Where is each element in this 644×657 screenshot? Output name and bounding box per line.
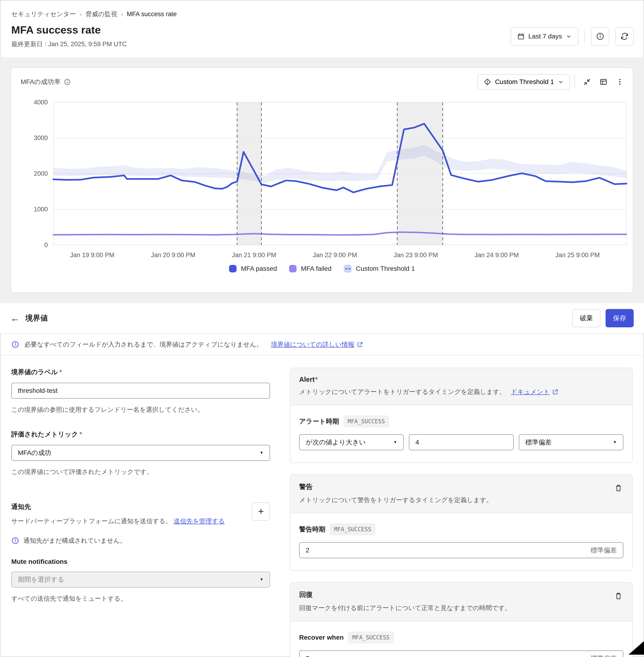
notifications-empty-info: 通知先がまだ構成されていません。 <box>23 536 126 545</box>
required-mark: * <box>59 368 62 376</box>
legend-label: MFA passed <box>241 265 277 272</box>
info-button[interactable] <box>591 27 609 45</box>
mute-period-placeholder: 期間を選択する <box>18 575 64 584</box>
breadcrumb-security-center[interactable]: セキュリティセンター <box>11 10 76 18</box>
mfa-failed-line <box>53 232 626 235</box>
delete-warning-button[interactable] <box>612 481 625 495</box>
legend-item[interactable]: MFA passed <box>229 265 277 272</box>
notifications-title: 通知先 <box>11 502 252 511</box>
info-icon[interactable] <box>64 79 71 85</box>
y-axis-label: 3000 <box>34 134 48 141</box>
chevron-down-icon <box>566 33 572 39</box>
inactive-threshold-banner: 必要なすべてのフィールドが入力されるまで、境界値はアクティブになりません。 境界… <box>0 334 644 355</box>
warning-value-input[interactable] <box>299 542 623 558</box>
kebab-icon <box>616 78 624 86</box>
recovery-card-desc: 回復マークを付ける前にアラートについて正常と見なすまでの時間です。 <box>299 603 511 613</box>
evaluated-metric-value: MFAの成功 <box>18 448 51 457</box>
threshold-label-input[interactable] <box>11 383 270 399</box>
back-arrow-icon[interactable]: ← <box>10 313 25 324</box>
x-axis-label: Jan 19 9:00 PM <box>70 251 114 259</box>
external-link-icon <box>357 341 363 348</box>
required-mark: * <box>79 431 82 438</box>
delete-recovery-button[interactable] <box>612 589 625 603</box>
add-notification-button[interactable]: + <box>252 502 270 521</box>
breadcrumb-separator: › <box>121 10 123 18</box>
x-axis-label: Jan 22 9:00 PM <box>313 251 357 259</box>
y-axis-label: 2000 <box>34 170 48 177</box>
threshold-selector-label: Custom Threshold 1 <box>495 78 554 86</box>
y-axis-label: 1000 <box>34 206 48 213</box>
recovery-when-label: Recover when <box>299 634 344 641</box>
more-options-button[interactable] <box>613 74 627 89</box>
chart-tools <box>580 74 627 89</box>
legend-marker <box>344 265 352 273</box>
collapse-icon <box>583 78 591 86</box>
warning-card-title: 警告 <box>299 482 623 491</box>
breadcrumb-threat-monitoring[interactable]: 脅威の監視 <box>85 10 117 18</box>
trash-icon <box>615 592 622 600</box>
alert-unit-select[interactable]: 標準偏差 ▼ <box>519 434 623 450</box>
form-left-column: 境界値のラベル* この境界値の参照に使用するフレンドリー名を選択してください。 … <box>11 368 270 657</box>
warning-card: 警告 メトリックについて警告をトリガーするタイミングを定義します。 警告時期 M… <box>290 474 633 571</box>
caret-down-icon: ▼ <box>259 577 263 582</box>
refresh-icon <box>620 32 629 41</box>
chart-card: MFAの成功率 Custom Threshold 1 <box>11 68 633 293</box>
threshold-info-link[interactable]: 境界値についての詳しい情報 <box>271 340 354 349</box>
date-range-label: Last 7 days <box>528 32 562 40</box>
legend-label: Custom Threshold 1 <box>356 265 415 272</box>
legend-item[interactable]: Custom Threshold 1 <box>344 265 415 273</box>
divider <box>584 30 585 43</box>
alert-card-desc: メトリックについてアラートをトリガーするタイミングを定義します。 <box>299 387 506 397</box>
alert-card: Alert* メトリックについてアラートをトリガーするタイミングを定義します。 … <box>290 368 633 463</box>
calendar-icon <box>517 32 525 40</box>
legend-label: MFA failed <box>301 265 331 272</box>
recovery-unit-suffix: 標準偏差 <box>591 654 617 657</box>
chart-title: MFAの成功率 <box>21 78 61 86</box>
evaluated-metric-select[interactable]: MFAの成功 ▼ <box>11 445 270 461</box>
x-axis-label: Jan 24 9:00 PM <box>475 251 519 259</box>
warning-when-label: 警告時期 <box>299 525 325 534</box>
trash-icon <box>615 484 622 492</box>
info-icon <box>596 32 604 41</box>
mute-period-select[interactable]: 期間を選択する ▼ <box>11 572 270 588</box>
alert-condition-value: が次の値より大きい <box>306 438 366 447</box>
manage-destinations-link[interactable]: 送信先を管理する <box>174 518 225 525</box>
chart-card-header: MFAの成功率 Custom Threshold 1 <box>11 68 633 90</box>
threshold-form: 境界値のラベル* この境界値の参照に使用するフレンドリー名を選択してください。 … <box>0 355 644 657</box>
threshold-editor-bar: ← 境界値 破棄 保存 <box>0 303 644 334</box>
alert-value-input[interactable] <box>409 434 513 450</box>
legend-item[interactable]: MFA failed <box>289 265 331 272</box>
collapse-button[interactable] <box>580 74 594 89</box>
table-view-button[interactable] <box>596 74 611 89</box>
metric-badge: MFA_SUCCESS <box>348 632 394 643</box>
x-axis-label: Jan 23 9:00 PM <box>394 251 438 259</box>
discard-button[interactable]: 破棄 <box>572 309 600 327</box>
table-icon <box>599 78 607 86</box>
x-axis-label: Jan 25 9:00 PM <box>555 251 600 259</box>
legend-marker <box>229 265 236 272</box>
recovery-value-input[interactable] <box>299 651 623 657</box>
chevron-down-icon <box>558 79 564 85</box>
breadcrumb-separator: › <box>80 10 82 18</box>
mute-notifications-label: Mute notifications <box>11 558 270 566</box>
save-button[interactable]: 保存 <box>605 309 634 327</box>
x-axis-label: Jan 21 9:00 PM <box>232 251 276 259</box>
threshold-selector[interactable]: Custom Threshold 1 <box>478 74 570 90</box>
recovery-card-title: 回復 <box>299 590 623 599</box>
x-axis-label: Jan 20 9:00 PM <box>151 251 195 259</box>
y-axis-label: 4000 <box>34 99 48 106</box>
date-range-button[interactable]: Last 7 days <box>511 27 578 45</box>
refresh-button[interactable] <box>615 27 634 45</box>
breadcrumb: セキュリティセンター › 脅威の監視 › MFA success rate <box>11 10 633 18</box>
mute-help: すべての送信先で通知をミュートする。 <box>11 594 270 603</box>
y-axis-label: 0 <box>44 241 48 248</box>
recovery-card: 回復 回復マークを付ける前にアラートについて正常と見なすまでの時間です。 Rec… <box>290 582 633 657</box>
alert-doc-link[interactable]: ドキュメント <box>511 387 550 397</box>
alert-condition-select[interactable]: が次の値より大きい ▼ <box>299 434 404 450</box>
alert-when-label: アラート時期 <box>299 417 339 426</box>
mfa-success-rate-chart[interactable]: 01000200030004000Jan 19 9:00 PMJan 20 9:… <box>11 93 643 264</box>
threshold-band <box>53 145 626 183</box>
info-icon <box>11 341 19 348</box>
metric-badge: MFA_SUCCESS <box>344 416 389 427</box>
mfa-passed-line <box>53 124 626 192</box>
